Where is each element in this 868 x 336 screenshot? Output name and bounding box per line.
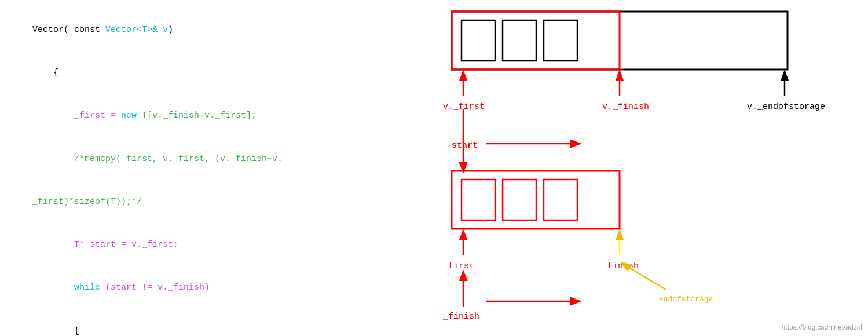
watermark: https://blog.csdn.net/adznl <box>782 323 862 331</box>
svg-rect-2 <box>462 20 495 61</box>
code-text: Vector( const <box>32 25 105 35</box>
code-line-8: { <box>12 310 394 336</box>
code-text: while <box>74 283 100 293</box>
code-line-1: Vector( const Vector<T>& v) <box>12 9 394 52</box>
svg-rect-17 <box>544 180 577 220</box>
code-text: /*memcpy(_first, v._first, (v._finish-v. <box>32 154 283 164</box>
code-section: Vector( const Vector<T>& v) { _first = n… <box>12 9 394 336</box>
code-line-3: _first = new T[v._finish-v._first]; <box>12 95 394 138</box>
code-text: _first)*sizeof(T));*/ <box>32 197 142 207</box>
svg-text:start: start <box>452 141 478 151</box>
code-line-7: while (start != v._finish) <box>12 267 394 310</box>
code-line-2: { <box>12 52 394 94</box>
code-line-6: T* start = v._first; <box>12 224 394 266</box>
code-text: { <box>32 326 79 336</box>
code-text: ) <box>168 25 173 35</box>
svg-rect-15 <box>462 180 495 220</box>
code-text: - <box>199 111 204 120</box>
code-text: { <box>32 68 58 78</box>
code-text: v._first]; <box>204 111 257 120</box>
code-text: T* start = v._first; <box>32 240 178 250</box>
svg-text:_endofstorage: _endofstorage <box>654 295 713 304</box>
svg-rect-16 <box>503 180 536 220</box>
svg-text:_finish: _finish <box>442 312 479 322</box>
code-text <box>32 283 74 293</box>
svg-text:_first: _first <box>442 261 474 271</box>
svg-text:v._finish: v._finish <box>602 102 649 112</box>
code-line-4: /*memcpy(_first, v._first, (v._finish-v. <box>12 138 394 181</box>
svg-rect-3 <box>503 20 536 61</box>
code-line-5: _first)*sizeof(T));*/ <box>12 181 394 224</box>
svg-text:v._endofstorage: v._endofstorage <box>747 102 825 112</box>
code-text: new <box>121 111 137 120</box>
svg-rect-4 <box>544 20 577 61</box>
diagram-section: v._first v._finish v._endofstorage start… <box>405 6 857 330</box>
code-text: (start != v._finish) <box>100 283 210 293</box>
code-text: Vector<T>& v <box>105 25 168 35</box>
code-text: _first = <box>32 111 121 120</box>
code-text: T[v._finish <box>137 111 199 120</box>
svg-line-25 <box>622 264 666 290</box>
